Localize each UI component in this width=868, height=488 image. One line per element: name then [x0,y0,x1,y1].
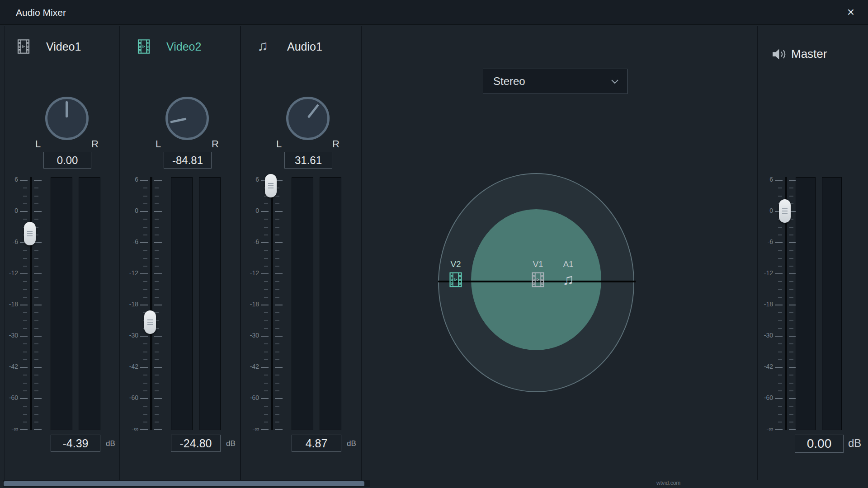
volume-value-field[interactable]: -24.80 [171,435,221,452]
scale-label: -6 [242,238,259,245]
scale-label: -∞ [242,425,259,432]
pan-marker-a1[interactable]: A1 ♫ [550,259,586,288]
volume-fader-handle[interactable] [265,174,277,197]
dialog-title: Audio Mixer [16,0,66,25]
scale-label: -42 [1,363,18,370]
scale-label: 0 [1,207,18,214]
level-meter-left [171,177,193,430]
scale-label: -30 [1,332,18,339]
scale-label: -12 [242,269,259,277]
scale-label: -6 [121,238,138,245]
scale-label: 0 [242,207,259,214]
master-strip: Master 60-6-12-18-30-42-60-∞ 0.00 dB [758,26,868,480]
db-unit-label: dB [106,439,115,448]
volume-value-field[interactable]: 4.87 [292,435,341,452]
level-meter-left [796,177,816,430]
scale-label: -30 [756,332,773,339]
fader-track[interactable] [150,177,152,430]
scale-label: -60 [121,394,138,401]
strip-divider [361,26,362,480]
scale-label: -18 [121,300,138,308]
channel-strip-video2: Video2 L R -84.81 60-6-12-18-30-42-60-∞ … [120,26,241,480]
scale-label: 6 [242,176,259,183]
level-meter-right [199,177,221,430]
fader-track[interactable] [30,177,32,430]
master-fader-handle[interactable] [779,199,791,223]
music-note-icon: ♫ [550,272,586,287]
scale-label: -42 [242,363,259,370]
scale-label: -18 [242,300,259,308]
scale-label: -42 [756,363,773,370]
scale-label: -∞ [756,425,773,432]
scale-label: -60 [1,394,18,401]
volume-value-field[interactable]: -4.39 [51,435,100,452]
scale-label: 0 [756,207,773,214]
level-meter-right [320,177,341,430]
pan-marker-label: V2 [438,259,474,269]
channel-strip-audio1: ♫ Audio1 L R 31.61 60-6-12-18-30-42-60-∞… [241,26,361,480]
scale-label: 6 [121,176,138,183]
scale-label: -42 [121,363,138,370]
scale-label: 6 [1,176,18,183]
channel-mode-value: Stereo [493,69,525,94]
film-icon [448,272,463,288]
channel-strip-video1: Video1 L R 0.00 60-6-12-18-30-42-60-∞ -4… [0,26,120,480]
scale-label: -∞ [121,425,138,432]
channel-mode-select[interactable]: Stereo [483,69,627,94]
horizontal-scrollbar-thumb[interactable] [4,481,364,486]
title-bar: Audio Mixer × [0,0,868,25]
scale-label: -12 [756,269,773,277]
volume-fader-handle[interactable] [144,310,156,334]
level-meter-right [79,177,100,430]
chevron-down-icon [611,79,619,84]
master-volume-field[interactable]: 0.00 [795,435,844,453]
level-meter-left [292,177,313,430]
scale-label: -6 [756,238,773,245]
db-unit-label: dB [848,437,861,450]
fader-track[interactable] [271,177,273,430]
scale-label: 6 [756,176,773,183]
pan-marker-label: A1 [550,259,586,269]
scale-label: -30 [242,332,259,339]
level-meter-right [822,177,842,430]
db-unit-label: dB [226,439,236,448]
scale-label: -12 [121,269,138,277]
volume-fader-handle[interactable] [24,222,36,245]
scale-label: -60 [756,394,773,401]
scale-label: -12 [1,269,18,277]
scale-label: -30 [121,332,138,339]
close-icon[interactable]: × [841,0,861,25]
scale-label: -6 [1,238,18,245]
scale-label: -18 [756,300,773,308]
pan-marker-v2[interactable]: V2 [438,259,474,288]
horizontal-scrollbar-track[interactable] [3,480,370,487]
watermark: wtvid.com [656,480,680,486]
scale-label: -∞ [1,425,18,432]
scale-label: -60 [242,394,259,401]
film-icon [530,272,546,288]
scale-label: -18 [1,300,18,308]
scale-label: 0 [121,207,138,214]
db-unit-label: dB [347,439,356,448]
level-meter-left [51,177,72,430]
